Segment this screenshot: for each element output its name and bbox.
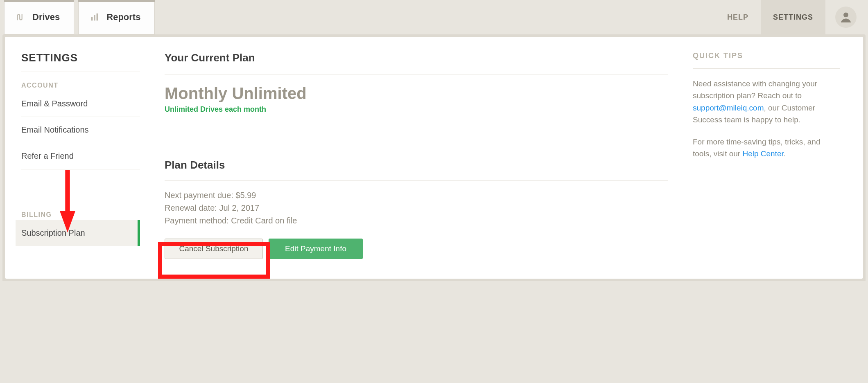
help-center-link[interactable]: Help Center	[742, 149, 783, 158]
plan-subtitle: Unlimited Drives each month	[165, 105, 668, 114]
sidebar-title: SETTINGS	[21, 52, 140, 72]
settings-main: Your Current Plan Monthly Unlimited Unli…	[165, 52, 668, 259]
support-email-link[interactable]: support@mileiq.com	[693, 104, 764, 112]
plan-details-list: Next payment due: $5.99 Renewal date: Ju…	[165, 189, 668, 227]
tips-p2-b: .	[784, 149, 786, 158]
sidebar-section-billing: BILLING	[21, 201, 140, 220]
svg-rect-1	[94, 15, 95, 20]
right-nav: HELP SETTINGS	[715, 0, 861, 34]
avatar-container	[825, 7, 861, 28]
svg-rect-2	[97, 13, 98, 20]
button-row: Cancel Subscription Edit Payment Info	[165, 239, 668, 259]
quick-tips-body: Need assistance with changing your subsc…	[693, 78, 840, 160]
cancel-subscription-button[interactable]: Cancel Subscription	[165, 239, 263, 259]
sidebar-section-account: ACCOUNT	[21, 72, 140, 91]
settings-sidebar: SETTINGS ACCOUNT Email & Password Email …	[21, 52, 140, 259]
plan-name: Monthly Unlimited	[165, 84, 668, 103]
person-icon	[839, 10, 853, 24]
reports-icon	[90, 13, 99, 22]
nav-help[interactable]: HELP	[715, 0, 761, 34]
settings-card: SETTINGS ACCOUNT Email & Password Email …	[5, 37, 863, 279]
tab-drives[interactable]: Drives	[4, 0, 74, 34]
tab-reports-label: Reports	[106, 12, 140, 23]
user-avatar[interactable]	[835, 7, 857, 28]
svg-rect-0	[91, 17, 93, 20]
quick-tips-panel: QUICK TIPS Need assistance with changing…	[693, 52, 840, 259]
primary-tabs: Drives Reports	[4, 0, 155, 34]
current-plan-heading: Your Current Plan	[165, 52, 668, 74]
tab-reports[interactable]: Reports	[78, 0, 155, 34]
detail-payment-method: Payment method: Credit Card on file	[165, 214, 668, 227]
drives-icon	[16, 13, 25, 22]
detail-renewal-date: Renewal date: Jul 2, 2017	[165, 202, 668, 214]
page-shell: SETTINGS ACCOUNT Email & Password Email …	[2, 34, 866, 281]
sidebar-item-subscription-plan[interactable]: Subscription Plan	[16, 220, 140, 246]
plan-details-heading: Plan Details	[165, 159, 668, 181]
quick-tips-title: QUICK TIPS	[693, 52, 840, 69]
sidebar-item-email-notifications[interactable]: Email Notifications	[21, 117, 140, 143]
tips-p1-a: Need assistance with changing your subsc…	[693, 79, 817, 100]
sidebar-item-refer-friend[interactable]: Refer a Friend	[21, 143, 140, 169]
nav-settings[interactable]: SETTINGS	[761, 0, 825, 34]
detail-next-payment: Next payment due: $5.99	[165, 189, 668, 202]
tab-drives-label: Drives	[32, 12, 60, 23]
top-navbar: Drives Reports HELP SETTINGS	[0, 0, 868, 34]
svg-point-3	[843, 12, 848, 17]
sidebar-item-email-password[interactable]: Email & Password	[21, 91, 140, 117]
edit-payment-info-button[interactable]: Edit Payment Info	[269, 239, 363, 259]
